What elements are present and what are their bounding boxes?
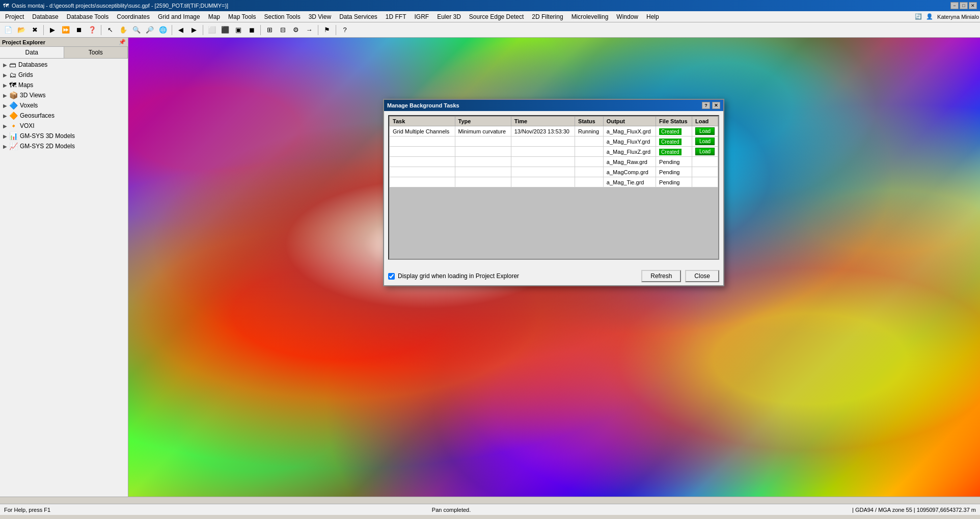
refresh-button[interactable]: Refresh bbox=[641, 270, 681, 282]
col-file-status: File Status bbox=[656, 117, 692, 126]
back-button[interactable]: ◀ bbox=[175, 24, 187, 36]
gm2d-icon: 📈 bbox=[9, 142, 18, 150]
load-button-0[interactable]: Load bbox=[695, 127, 715, 135]
arrow-button[interactable]: → bbox=[303, 24, 315, 36]
cell-status-5 bbox=[575, 177, 604, 187]
sidebar-item-databases[interactable]: ▶ 🗃 Databases bbox=[1, 60, 127, 70]
expand-icon-voxi: ▶ bbox=[3, 123, 7, 129]
menu-map-tools[interactable]: Map Tools bbox=[224, 12, 260, 21]
sidebar: Project Explorer 📌 Data Tools ▶ 🗃 Databa… bbox=[0, 38, 128, 497]
cell-type-0: Minimum curvature bbox=[455, 126, 511, 136]
sidebar-item-geosurfaces[interactable]: ▶ 🔶 Geosurfaces bbox=[1, 111, 127, 121]
checkbox-row: Display grid when loading in Project Exp… bbox=[388, 272, 519, 280]
col-type: Type bbox=[455, 117, 511, 126]
add-button[interactable]: ⊞ bbox=[263, 24, 276, 36]
menu-help[interactable]: Help bbox=[642, 12, 663, 21]
sidebar-label-gm2d: GM-SYS 2D Models bbox=[20, 143, 75, 150]
select-rect-button[interactable]: ⬜ bbox=[206, 24, 218, 36]
sidebar-item-voxels[interactable]: ▶ 🔷 Voxels bbox=[1, 100, 127, 111]
map-area[interactable]: Manage Background Tasks ? ✕ Task Type bbox=[128, 38, 980, 497]
status-message: Pan completed. bbox=[432, 507, 471, 513]
sidebar-tabs: Data Tools bbox=[0, 47, 128, 59]
zoom-out-button[interactable]: 🔎 bbox=[144, 24, 156, 36]
cell-status-4 bbox=[575, 167, 604, 177]
menu-3d-view[interactable]: 3D View bbox=[305, 12, 335, 21]
close-button[interactable]: ✖ bbox=[29, 24, 41, 36]
dialog-close-button[interactable]: ✕ bbox=[712, 102, 720, 109]
sidebar-item-3dviews[interactable]: ▶ 📦 3D Views bbox=[1, 90, 127, 100]
sidebar-item-gm2d[interactable]: ▶ 📈 GM-SYS 2D Models bbox=[1, 141, 127, 151]
sidebar-label-grids: Grids bbox=[18, 71, 33, 78]
cursor-button[interactable]: ↖ bbox=[104, 24, 116, 36]
menu-section-tools[interactable]: Section Tools bbox=[260, 12, 305, 21]
grids-icon: 🗂 bbox=[9, 71, 16, 79]
new-button[interactable]: 📄 bbox=[2, 24, 14, 36]
open-button[interactable]: 📂 bbox=[15, 24, 28, 36]
help-toolbar-button[interactable]: ❓ bbox=[86, 24, 98, 36]
close-window-button[interactable]: ✕ bbox=[969, 2, 977, 9]
menu-grid-and-image[interactable]: Grid and Image bbox=[154, 12, 204, 21]
sidebar-label-maps: Maps bbox=[18, 81, 33, 89]
menu-window[interactable]: Window bbox=[612, 12, 642, 21]
remove-button[interactable]: ⊟ bbox=[277, 24, 289, 36]
col-task: Task bbox=[390, 117, 455, 126]
forward-button[interactable]: ▶ bbox=[188, 24, 200, 36]
flag-button[interactable]: ⚑ bbox=[321, 24, 333, 36]
stop-button[interactable]: ⏹ bbox=[73, 24, 85, 36]
app-icon: 🗺 bbox=[3, 3, 9, 9]
menu-euler-3d[interactable]: Euler 3D bbox=[433, 12, 465, 21]
sidebar-header: Project Explorer 📌 bbox=[0, 38, 128, 47]
menu-2d-filtering[interactable]: 2D Filtering bbox=[528, 12, 567, 21]
menu-map[interactable]: Map bbox=[204, 12, 224, 21]
cell-load-5[interactable] bbox=[692, 177, 718, 187]
cell-load-4[interactable] bbox=[692, 167, 718, 177]
help2-button[interactable]: ? bbox=[339, 24, 351, 36]
select2-button[interactable]: ⬛ bbox=[219, 24, 231, 36]
globe-button[interactable]: 🌐 bbox=[157, 24, 169, 36]
cell-output-5: a_Mag_Tie.grd bbox=[603, 177, 656, 187]
maximize-button[interactable]: □ bbox=[960, 2, 968, 9]
toolbar-separator-7 bbox=[336, 25, 336, 35]
cell-task-1 bbox=[390, 136, 455, 147]
map-scrollbar[interactable] bbox=[0, 497, 980, 504]
menu-database[interactable]: Database bbox=[28, 12, 62, 21]
menu-microlevelling[interactable]: Microlevelling bbox=[567, 12, 613, 21]
titlebar-left: 🗺 Oasis montaj - d:\geosoft projects\sus… bbox=[3, 3, 228, 9]
menu-database-tools[interactable]: Database Tools bbox=[63, 12, 113, 21]
select3-button[interactable]: ▣ bbox=[232, 24, 244, 36]
statusbar: For Help, press F1 Pan completed. | GDA9… bbox=[0, 504, 980, 515]
play-button[interactable]: ▶ bbox=[46, 24, 59, 36]
file-status-created-badge: Created bbox=[659, 149, 682, 155]
menu-igrf[interactable]: IGRF bbox=[411, 12, 433, 21]
cell-load-3[interactable] bbox=[692, 157, 718, 167]
main-area: Project Explorer 📌 Data Tools ▶ 🗃 Databa… bbox=[0, 38, 980, 497]
load-button-2[interactable]: Load bbox=[695, 148, 715, 155]
zoom-in-button[interactable]: 🔍 bbox=[130, 24, 143, 36]
cell-load-2[interactable]: Load bbox=[692, 147, 718, 157]
menu-coordinates[interactable]: Coordinates bbox=[113, 12, 154, 21]
sidebar-item-gm3d[interactable]: ▶ 📊 GM-SYS 3D Models bbox=[1, 131, 127, 141]
play-fast-button[interactable]: ⏩ bbox=[60, 24, 72, 36]
cell-load-1[interactable]: Load bbox=[692, 136, 718, 147]
cell-load-0[interactable]: Load bbox=[692, 126, 718, 136]
close-dialog-button[interactable]: Close bbox=[685, 270, 719, 282]
cell-output-2: a_Mag_FluxZ.grd bbox=[603, 147, 656, 157]
menu-source-edge-detect[interactable]: Source Edge Detect bbox=[465, 12, 528, 21]
menu-project[interactable]: Project bbox=[1, 12, 28, 21]
load-button-1[interactable]: Load bbox=[695, 138, 715, 145]
menu-1d-fft[interactable]: 1D FFT bbox=[382, 12, 411, 21]
sidebar-item-maps[interactable]: ▶ 🗺 Maps bbox=[1, 80, 127, 90]
minimize-button[interactable]: − bbox=[950, 2, 959, 9]
tab-tools[interactable]: Tools bbox=[64, 47, 128, 58]
sidebar-item-voxi[interactable]: ▶ 🔸 VOXI bbox=[1, 121, 127, 131]
pan-button[interactable]: ✋ bbox=[117, 24, 129, 36]
cell-file_status-3: Pending bbox=[656, 157, 692, 167]
display-grid-checkbox[interactable] bbox=[388, 273, 395, 280]
select4-button[interactable]: ◼ bbox=[246, 24, 258, 36]
tab-data[interactable]: Data bbox=[0, 47, 64, 58]
settings-button[interactable]: ⚙ bbox=[290, 24, 302, 36]
menu-data-services[interactable]: Data Services bbox=[335, 12, 382, 21]
dialog-help-button[interactable]: ? bbox=[702, 102, 710, 109]
cell-time-1 bbox=[511, 136, 575, 147]
sidebar-item-grids[interactable]: ▶ 🗂 Grids bbox=[1, 70, 127, 80]
